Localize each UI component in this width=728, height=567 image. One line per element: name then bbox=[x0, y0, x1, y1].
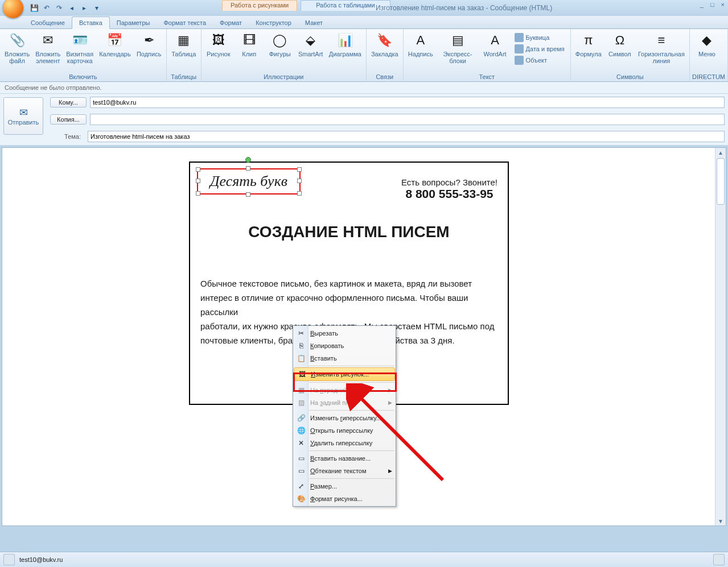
datetime-button[interactable]: Дата и время bbox=[512, 44, 567, 54]
selection-handle[interactable] bbox=[246, 166, 250, 171]
group-label: Иллюстрации bbox=[204, 72, 364, 81]
ctx-insert-caption[interactable]: ▭Вставить название... bbox=[293, 452, 396, 465]
ribbon-group-текст: AНадпись▤Экспресс-блокиAWordArtБуквицаДа… bbox=[404, 29, 571, 81]
subject-input[interactable] bbox=[88, 131, 725, 142]
ctx-change-picture[interactable]: 🖼Изменить рисунок... bbox=[294, 367, 395, 381]
tab-сообщение[interactable]: Сообщение bbox=[24, 17, 72, 28]
to-button[interactable]: Кому... bbox=[50, 97, 87, 107]
textbox-button[interactable]: AНадпись bbox=[406, 30, 435, 59]
context-tab-picture[interactable]: Работа с рисунками bbox=[222, 0, 297, 11]
clip-button[interactable]: 🎞Клип bbox=[235, 30, 264, 59]
ctx-text-wrap[interactable]: ▭Обтекание текстом▶ bbox=[293, 465, 396, 477]
title-bar: 💾 ↶ ↷ ◂ ▸ ▾ Работа с рисунками Работа с … bbox=[0, 0, 728, 16]
shapes-button[interactable]: ◯Фигуры bbox=[265, 30, 295, 59]
signature-button-label: Подпись bbox=[137, 51, 162, 57]
ctx-bring-front-icon: ▦ bbox=[297, 386, 306, 395]
scroll-down-icon[interactable]: ▼ bbox=[715, 516, 726, 525]
close-icon[interactable]: × bbox=[721, 1, 725, 8]
selection-handle[interactable] bbox=[196, 179, 200, 183]
subject-label: Тема: bbox=[50, 133, 84, 140]
message-body-canvas[interactable]: Десять букв Есть вопросы? Звоните! 8 800… bbox=[2, 147, 726, 526]
object-button[interactable]: Объект bbox=[512, 55, 567, 65]
textbox-icon: A bbox=[412, 31, 430, 49]
tab-вставка[interactable]: Вставка bbox=[72, 16, 110, 29]
qat-dropdown-icon[interactable]: ▾ bbox=[92, 3, 101, 13]
vertical-scrollbar[interactable]: ▲ ▼ bbox=[715, 148, 726, 525]
calendar-button-label: Календарь bbox=[99, 51, 131, 57]
save-icon[interactable]: 💾 bbox=[30, 3, 39, 13]
ctx-remove-hyperlink[interactable]: ✕Удалить гиперссылку bbox=[293, 437, 396, 449]
ctx-copy[interactable]: ⎘Копировать bbox=[293, 340, 396, 352]
equation-button[interactable]: πФормула bbox=[573, 30, 604, 59]
tab-конструктор[interactable]: Конструктор bbox=[249, 17, 298, 28]
selection-handle[interactable] bbox=[297, 179, 302, 183]
cc-input[interactable] bbox=[90, 114, 725, 125]
ctx-format-picture[interactable]: 🎨Формат рисунка... bbox=[293, 492, 396, 505]
presence-avatar-icon[interactable] bbox=[3, 554, 15, 565]
submenu-arrow-icon: ▶ bbox=[388, 468, 392, 474]
ribbon-group-символы: πФормулаΩСимвол≡Горизонтальная линияСимв… bbox=[571, 29, 690, 81]
logo-image-selected[interactable]: Десять букв bbox=[197, 168, 301, 194]
ctx-edit-hyperlink[interactable]: 🔗Изменить гиперссылку... bbox=[293, 412, 396, 424]
signature-button[interactable]: ✒Подпись bbox=[134, 30, 164, 59]
scroll-up-icon[interactable]: ▲ bbox=[715, 148, 726, 157]
selection-handle[interactable] bbox=[196, 167, 200, 172]
to-input[interactable] bbox=[90, 97, 725, 108]
tab-формат[interactable]: Формат bbox=[213, 17, 249, 28]
rotation-handle[interactable] bbox=[245, 157, 251, 163]
selection-handle[interactable] bbox=[246, 192, 250, 197]
cc-button[interactable]: Копия... bbox=[50, 114, 87, 125]
maximize-icon[interactable]: □ bbox=[710, 1, 714, 8]
chart-icon: 📊 bbox=[336, 31, 354, 49]
ctx-copy-icon: ⎘ bbox=[297, 341, 306, 350]
prev-icon[interactable]: ◂ bbox=[67, 3, 76, 13]
ctx-paste-icon: 📋 bbox=[297, 354, 306, 363]
ctx-paste[interactable]: 📋Вставить bbox=[293, 352, 396, 365]
picture-button-label: Рисунок bbox=[207, 51, 231, 57]
redo-icon[interactable]: ↷ bbox=[55, 3, 64, 13]
message-status: Сообщение не было отправлено. bbox=[0, 82, 728, 94]
clip-icon: 🎞 bbox=[240, 31, 258, 49]
send-button[interactable]: ✉ Отправить bbox=[3, 97, 43, 135]
symbol-button[interactable]: ΩСимвол bbox=[605, 30, 635, 59]
attach-item-button[interactable]: ✉Вложить элемент bbox=[33, 30, 63, 65]
selection-handle[interactable] bbox=[297, 191, 302, 196]
ctx-bring-front-label: На передний план bbox=[310, 387, 364, 394]
ctx-cut-icon: ✂ bbox=[297, 329, 306, 338]
directum-menu-button[interactable]: ◆Меню bbox=[692, 30, 722, 59]
business-card-button[interactable]: 🪪Визитная карточка bbox=[64, 30, 96, 65]
ctx-open-hyperlink[interactable]: 🌐Открыть гиперссылку bbox=[293, 424, 396, 437]
clip-button-label: Клип bbox=[242, 51, 256, 57]
chart-button[interactable]: 📊Диаграмма bbox=[327, 30, 364, 59]
tab-макет[interactable]: Макет bbox=[298, 17, 330, 28]
attach-file-icon: 📎 bbox=[8, 31, 26, 49]
tab-формат-текста[interactable]: Формат текста bbox=[157, 17, 213, 28]
shapes-button-label: Фигуры bbox=[269, 51, 291, 57]
undo-icon[interactable]: ↶ bbox=[42, 3, 51, 13]
ctx-size[interactable]: ⤢Размер... bbox=[293, 480, 396, 492]
envelope-icon: ✉ bbox=[19, 106, 28, 119]
dropcap-button[interactable]: Буквица bbox=[512, 32, 567, 43]
quickparts-button[interactable]: ▤Экспресс-блоки bbox=[437, 30, 479, 65]
bookmark-button[interactable]: 🔖Закладка bbox=[369, 30, 401, 59]
page-heading: СОЗДАНИЕ HTML ПИСЕМ bbox=[190, 223, 508, 241]
ctx-cut[interactable]: ✂Вырезать bbox=[293, 327, 396, 340]
contact-photo-icon[interactable] bbox=[713, 554, 725, 565]
selection-handle[interactable] bbox=[196, 191, 200, 196]
attach-file-button[interactable]: 📎Вложить файл bbox=[2, 30, 32, 65]
next-icon[interactable]: ▸ bbox=[80, 3, 89, 13]
hr-button[interactable]: ≡Горизонтальная линия bbox=[636, 30, 687, 65]
selection-handle[interactable] bbox=[297, 167, 302, 172]
table-button[interactable]: ▦Таблица bbox=[169, 30, 199, 59]
calendar-button[interactable]: 📅Календарь bbox=[97, 30, 133, 59]
directum-menu-button-label: Меню bbox=[698, 51, 715, 57]
minimize-icon[interactable]: _ bbox=[700, 1, 704, 8]
bookmark-button-label: Закладка bbox=[371, 51, 398, 57]
ctx-change-picture-label: Изменить рисунок... bbox=[311, 371, 369, 378]
picture-button[interactable]: 🖼Рисунок bbox=[204, 30, 233, 59]
tab-параметры[interactable]: Параметры bbox=[110, 17, 157, 28]
ctx-remove-hyperlink-label: Удалить гиперссылку bbox=[310, 440, 372, 446]
wordart-button[interactable]: AWordArt bbox=[480, 30, 510, 59]
smartart-button[interactable]: ⬙SmartArt bbox=[296, 30, 326, 59]
scroll-thumb[interactable] bbox=[717, 158, 725, 205]
